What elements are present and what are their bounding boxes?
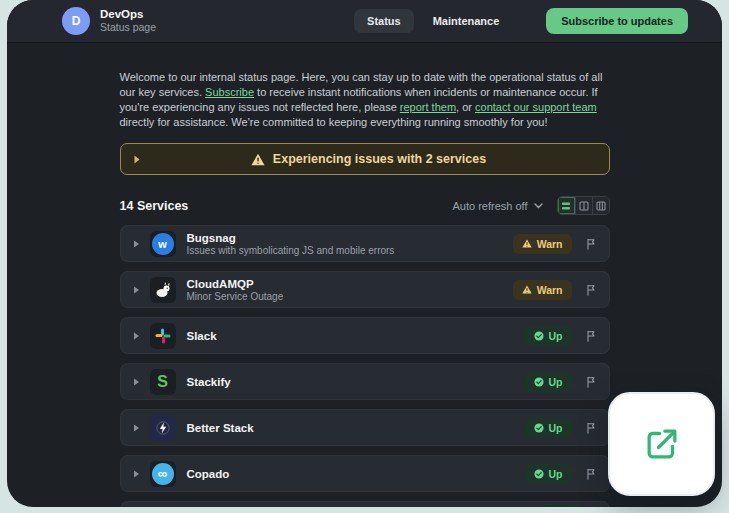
caret-right-icon [133, 332, 140, 340]
copado-logo-icon: ∞ [150, 461, 176, 487]
caret-right-icon [133, 424, 140, 432]
three-column-view-icon [596, 201, 606, 211]
page-subtitle: Status page [100, 21, 156, 34]
intro-text: directly for assistance. We're committed… [120, 116, 548, 128]
cloudamqp-logo-icon [150, 277, 176, 303]
service-row-partial[interactable] [120, 501, 610, 507]
status-badge: Warn [513, 280, 572, 300]
service-name: Better Stack [187, 421, 254, 435]
service-subtitle: Issues with symbolicating JS and mobile … [187, 245, 395, 257]
report-flag-button[interactable] [585, 422, 597, 434]
service-row-stackify[interactable]: S Stackify Up [120, 363, 610, 400]
bugsnag-logo-icon: w [150, 231, 176, 257]
report-flag-button[interactable] [585, 238, 597, 250]
service-list: w Bugsnag Issues with symbolicating JS a… [120, 225, 610, 507]
flag-icon [585, 422, 597, 434]
header-nav: Status Maintenance [354, 9, 512, 33]
check-circle-icon [534, 469, 544, 479]
status-badge: Warn [513, 234, 572, 254]
stackify-logo-icon: S [150, 369, 176, 395]
avatar: D [62, 7, 90, 35]
intro-text: , or [456, 101, 475, 113]
service-row-better-stack[interactable]: Better Stack Up [120, 409, 610, 446]
list-view-button[interactable] [558, 197, 575, 214]
page-title: DevOps [100, 8, 156, 21]
view-toggle-group [557, 196, 610, 215]
contact-support-link[interactable]: contact our support team [475, 101, 597, 113]
list-view-icon [561, 201, 571, 211]
report-flag-button[interactable] [585, 284, 597, 296]
tab-status[interactable]: Status [354, 9, 414, 33]
services-count: 14 Services [120, 199, 189, 213]
warning-triangle-icon [251, 153, 265, 166]
status-badge: Up [525, 326, 572, 346]
caret-right-icon [133, 155, 141, 164]
brand-text: DevOps Status page [100, 8, 156, 34]
check-circle-icon [534, 331, 544, 341]
subscribe-link[interactable]: Subscribe [205, 86, 254, 98]
check-circle-icon [534, 377, 544, 387]
service-row-cloudamqp[interactable]: CloudAMQP Minor Service Outage Warn [120, 271, 610, 308]
service-name: Stackify [187, 375, 231, 389]
header: D DevOps Status page Status Maintenance … [7, 0, 722, 43]
chevron-down-icon [534, 203, 543, 209]
slack-logo-icon [150, 323, 176, 349]
flag-icon [585, 238, 597, 250]
status-badge: Up [525, 418, 572, 438]
two-column-view-icon [579, 201, 589, 211]
external-link-icon [641, 423, 683, 465]
tab-maintenance[interactable]: Maintenance [420, 9, 513, 33]
service-row-bugsnag[interactable]: w Bugsnag Issues with symbolicating JS a… [120, 225, 610, 262]
report-flag-button[interactable] [585, 468, 597, 480]
caret-right-icon [133, 470, 140, 478]
check-circle-icon [534, 423, 544, 433]
flag-icon [585, 284, 597, 296]
caret-right-icon [133, 286, 140, 294]
report-them-link[interactable]: report them [400, 101, 456, 113]
three-column-view-button[interactable] [592, 197, 609, 214]
open-external-button[interactable] [608, 392, 715, 496]
caret-right-icon [133, 240, 140, 248]
status-badge [543, 504, 581, 507]
service-subtitle: Minor Service Outage [187, 291, 284, 303]
status-badge: Up [525, 372, 572, 392]
two-column-view-button[interactable] [575, 197, 592, 214]
service-name: Copado [187, 467, 230, 481]
better-stack-logo-icon [150, 415, 176, 441]
warning-triangle-icon [522, 239, 532, 248]
report-flag-button[interactable] [585, 376, 597, 388]
service-name: Bugsnag [187, 231, 395, 245]
banner-message: Experiencing issues with 2 services [273, 152, 486, 166]
auto-refresh-dropdown[interactable]: Auto refresh off [452, 200, 542, 212]
auto-refresh-label: Auto refresh off [452, 200, 527, 212]
service-row-slack[interactable]: Slack Up [120, 317, 610, 354]
service-row-copado[interactable]: ∞ Copado Up [120, 455, 610, 492]
services-header: 14 Services Auto refresh off [120, 196, 610, 215]
warning-triangle-icon [522, 285, 532, 294]
report-flag-button[interactable] [585, 330, 597, 342]
flag-icon [585, 468, 597, 480]
service-name: CloudAMQP [187, 277, 284, 291]
subscribe-button[interactable]: Subscribe to updates [546, 8, 688, 34]
status-badge: Up [525, 464, 572, 484]
flag-icon [585, 376, 597, 388]
service-name: Slack [187, 329, 217, 343]
incidents-banner[interactable]: Experiencing issues with 2 services [120, 143, 610, 175]
caret-right-icon [133, 378, 140, 386]
intro-paragraph: Welcome to our internal status page. Her… [120, 70, 610, 130]
brand[interactable]: D DevOps Status page [62, 7, 156, 35]
flag-icon [585, 330, 597, 342]
